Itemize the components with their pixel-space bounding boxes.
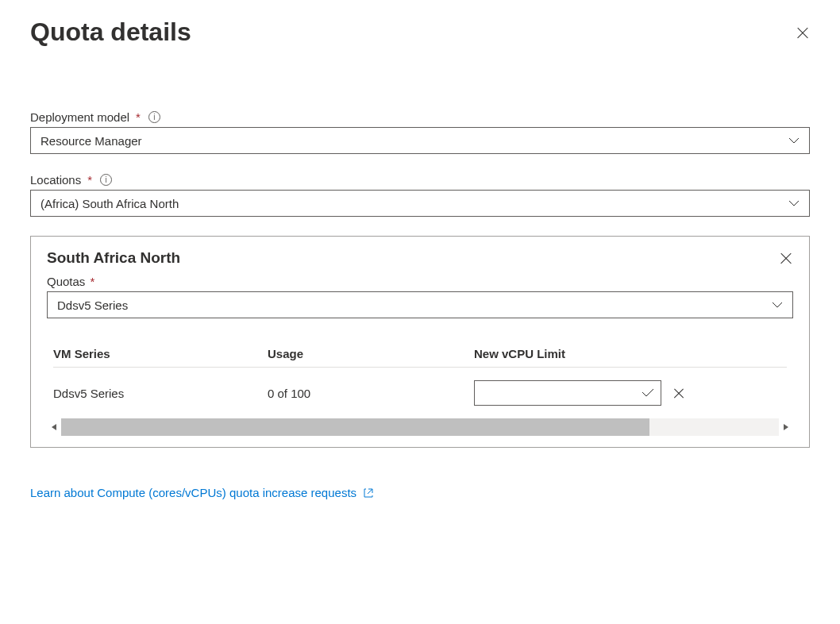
quotas-dropdown[interactable]: Ddsv5 Series bbox=[47, 291, 793, 318]
deployment-model-value: Resource Manager bbox=[40, 134, 142, 148]
quotas-label: Quotas bbox=[47, 275, 85, 288]
close-icon[interactable] bbox=[796, 25, 810, 40]
region-panel: South Africa North Quotas * Ddsv5 Series… bbox=[30, 236, 810, 448]
external-link-icon bbox=[363, 487, 374, 499]
deployment-model-label: Deployment model bbox=[30, 110, 129, 124]
quotas-value: Ddsv5 Series bbox=[57, 299, 128, 312]
col-header-limit: New vCPU Limit bbox=[474, 347, 787, 360]
chevron-down-icon bbox=[788, 137, 800, 144]
required-asterisk: * bbox=[87, 173, 92, 187]
locations-value: (Africa) South Africa North bbox=[40, 197, 179, 210]
page-title: Quota details bbox=[30, 17, 191, 47]
checkmark-icon bbox=[642, 388, 654, 398]
scroll-right-arrow[interactable] bbox=[779, 418, 793, 436]
scroll-thumb[interactable] bbox=[61, 418, 649, 436]
deployment-model-dropdown[interactable]: Resource Manager bbox=[30, 127, 810, 154]
locations-label: Locations bbox=[30, 173, 81, 187]
required-asterisk: * bbox=[136, 110, 141, 124]
new-vcpu-limit-input[interactable] bbox=[474, 380, 661, 406]
cell-usage: 0 of 100 bbox=[268, 387, 474, 400]
chevron-down-icon bbox=[772, 302, 783, 308]
required-asterisk: * bbox=[91, 275, 95, 288]
close-icon[interactable] bbox=[779, 251, 793, 265]
table-header: VM Series Usage New vCPU Limit bbox=[53, 341, 787, 368]
col-header-usage: Usage bbox=[268, 347, 474, 360]
learn-more-text: Learn about Compute (cores/vCPUs) quota … bbox=[30, 486, 356, 499]
region-title: South Africa North bbox=[47, 249, 180, 267]
remove-row-icon[interactable] bbox=[672, 387, 685, 399]
col-header-series: VM Series bbox=[53, 347, 268, 360]
locations-dropdown[interactable]: (Africa) South Africa North bbox=[30, 190, 810, 217]
horizontal-scrollbar[interactable] bbox=[47, 418, 793, 436]
learn-more-link[interactable]: Learn about Compute (cores/vCPUs) quota … bbox=[30, 486, 374, 499]
info-icon[interactable]: i bbox=[148, 111, 160, 123]
table-row: Ddsv5 Series 0 of 100 bbox=[53, 368, 787, 414]
scroll-left-arrow[interactable] bbox=[47, 418, 61, 436]
info-icon[interactable]: i bbox=[100, 174, 112, 186]
scroll-track[interactable] bbox=[61, 418, 779, 436]
chevron-down-icon bbox=[788, 200, 800, 206]
cell-series: Ddsv5 Series bbox=[53, 387, 268, 400]
